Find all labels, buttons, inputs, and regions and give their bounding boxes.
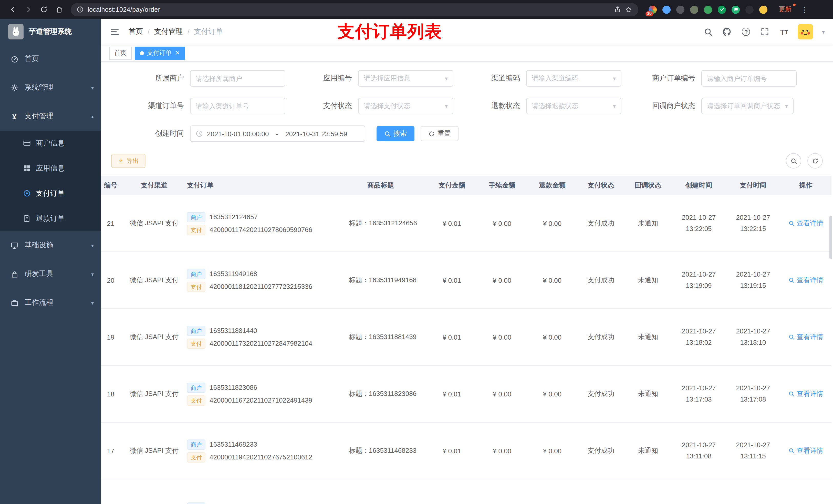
view-detail-link[interactable]: 查看详情 [788,389,823,399]
create-time: 2021-10-27 13:17:03 [672,383,726,405]
view-detail-link[interactable]: 查看详情 [788,275,823,285]
tab-close-icon[interactable]: ✕ [175,50,180,56]
filter-pay-status: 支付状态 请选择支付状态▾ [310,98,453,114]
merchant-tag: 商户 [187,212,206,222]
filter-channel-order-no: 渠道订单号 [142,98,285,114]
sidebar-item-infra[interactable]: 基础设施 ▾ [0,231,101,260]
sidebar-item-workflow[interactable]: 工作流程 ▾ [0,288,101,317]
search-icon[interactable] [703,27,713,37]
ext-icon-smiley[interactable] [759,5,767,14]
card-icon [23,139,31,147]
sidebar-item-pay-order[interactable]: 支付订单 [0,181,101,206]
ext-icon-dark[interactable] [745,5,754,14]
pay-status-select[interactable]: 请选择支付状态▾ [358,98,453,114]
pay-tag: 支付 [187,452,206,462]
pay-amount: ¥ 0.01 [427,390,477,398]
scrollbar-thumb[interactable] [829,216,832,259]
table-row: 20 微信 JSAPI 支付 商户 1635311949168 支付 [101,252,831,309]
browser-home-icon[interactable] [52,3,66,16]
date-range-picker[interactable]: 2021-10-01 00:00:00 - 2021-10-31 23:59:5… [190,125,365,142]
col-header-id: 编号 [101,181,123,190]
refund-amount: ¥ 0.00 [527,276,577,284]
sidebar: 芋道管理系统 首页 系统管理 ▾ ¥ 支付管理 ▴ [0,19,101,504]
pay-tag: 支付 [187,338,206,349]
filter-create-time: 创建时间 2021-10-01 00:00:00 - 2021-10-31 23… [142,125,365,142]
breadcrumb-home[interactable]: 首页 [128,27,143,37]
refresh-icon[interactable] [807,153,823,169]
sidebar-item-merchant-info[interactable]: 商户信息 [0,130,101,156]
sidebar-item-home[interactable]: 首页 [0,45,101,73]
tab-home[interactable]: 首页 [109,46,132,60]
date-end: 2021-10-31 23:59:59 [285,130,347,138]
ext-icon-check[interactable] [718,5,726,14]
tags-view-bar: 首页 支付订单 ✕ [101,45,833,62]
fee-amount: ¥ 0.00 [477,390,527,398]
bookmark-star-icon[interactable] [625,6,632,13]
sidebar-submenu-pay: 商户信息 应用信息 支付订单 [0,130,101,231]
sidebar-item-app-info[interactable]: 应用信息 [0,156,101,181]
notify-status: 未通知 [624,446,672,455]
fullscreen-icon[interactable] [760,27,770,37]
col-header-channel: 支付渠道 [123,181,185,190]
github-icon[interactable] [722,27,732,37]
avatar-caret-icon[interactable]: ▾ [822,28,825,35]
pay-time: 2021-10-27 13:22:15 [726,212,780,235]
view-detail-link[interactable]: 查看详情 [788,219,823,228]
merchant-order-no: 1635311823086 [210,384,257,391]
chevron-down-icon: ▾ [613,103,616,110]
help-icon[interactable]: ? [741,27,751,37]
ext-icon-colorful[interactable]: 10 [648,5,657,14]
address-bar[interactable]: localhost:1024/pay/order [71,3,638,16]
tab-pay-order[interactable]: 支付订单 ✕ [135,46,185,60]
browser-update-button[interactable]: 更新 [776,4,794,15]
channel-order-no-input[interactable] [190,98,285,114]
browser-reload-icon[interactable] [37,3,50,16]
pay-channel: 微信 JSAPI 支付 [123,275,185,285]
sidebar-item-pay[interactable]: ¥ 支付管理 ▴ [0,102,101,130]
ext-icon-gray-2[interactable] [690,5,698,14]
pay-time: 2021-10-27 13:17:08 [726,383,780,405]
browser-forward-icon[interactable] [22,3,35,16]
sidebar-item-dev-tools[interactable]: 研发工具 ▾ [0,260,101,288]
col-header-action: 操作 [780,181,831,190]
ext-icon-green[interactable] [704,5,712,14]
pay-status: 支付成功 [577,446,624,455]
date-start: 2021-10-01 00:00:00 [207,130,269,138]
col-header-title: 商品标题 [335,181,427,190]
hide-search-icon[interactable] [786,153,801,169]
ext-icon-gray-1[interactable] [676,5,685,14]
export-button[interactable]: 导出 [111,154,145,168]
sidebar-toggle-icon[interactable] [109,26,120,38]
sidebar-item-system[interactable]: 系统管理 ▾ [0,73,101,102]
merchant-order-no-input[interactable] [701,70,796,87]
site-info-icon[interactable] [77,6,84,13]
merchant-select-input[interactable] [190,70,285,87]
reset-button[interactable]: 重置 [421,126,458,141]
share-icon[interactable] [614,6,621,13]
pay-order-no: 4200001181202110277723215336 [210,283,312,290]
app-select[interactable]: 请选择应用信息▾ [358,70,453,87]
browser-menu-icon[interactable]: ⋮ [801,5,808,14]
pay-status: 支付成功 [577,389,624,399]
breadcrumb-pay[interactable]: 支付管理 [154,27,183,37]
refund-status-select[interactable]: 请选择退款状态▾ [526,98,621,114]
filter-notify-status: 回调商户状态 请选择订单回调商户状态▾ [646,98,793,114]
view-detail-link[interactable]: 查看详情 [788,332,823,342]
search-button[interactable]: 搜索 [377,126,414,141]
avatar[interactable] [798,24,813,40]
dashboard-icon [10,55,19,63]
font-size-icon[interactable]: TT [779,27,789,37]
channel-code-select[interactable]: 请输入渠道编码▾ [526,70,621,87]
ext-icon-blue[interactable] [662,5,671,14]
filter-label: 渠道编码 [478,74,520,83]
notify-status-select[interactable]: 请选择订单回调商户状态▾ [701,98,793,114]
table-settings [786,153,823,169]
view-detail-link[interactable]: 查看详情 [788,446,823,455]
top-header: 首页 / 支付管理 / 支付订单 支付订单列表 ? [101,19,833,45]
product-title: 标题：1635311823086 [335,389,427,399]
ext-icon-chat[interactable] [732,5,740,14]
sidebar-item-refund-order[interactable]: 退款订单 [0,206,101,231]
filter-label: 应用编号 [310,74,352,83]
browser-back-icon[interactable] [6,3,20,16]
browser-chrome: localhost:1024/pay/order 10 更新 ⋮ [0,0,833,19]
